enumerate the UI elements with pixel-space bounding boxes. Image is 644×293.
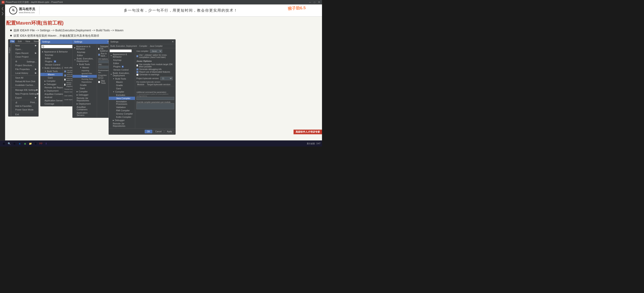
tree-annotation-3[interactable]: Annotation Processors	[109, 100, 135, 106]
task-view-icon[interactable]: ⧉	[12, 141, 17, 146]
jre-input[interactable]	[98, 66, 110, 69]
project-bytecode-select[interactable]: 11	[160, 77, 172, 80]
tree-compiler-3[interactable]: ▼ Compiler	[109, 90, 135, 93]
vm-options-input[interactable]	[98, 60, 110, 63]
tree-build-tools-3[interactable]: ▼ Build Tools	[109, 77, 135, 80]
tree-gradle-3[interactable]: Gradle	[109, 84, 135, 87]
edge-icon[interactable]: e	[18, 141, 22, 146]
file-menu[interactable]: File	[10, 40, 15, 43]
intellij-taskbar-icon[interactable]: I	[44, 141, 48, 146]
menu-file-properties[interactable]: File Properties ▶	[11, 67, 38, 71]
tree-deployment-2[interactable]: ▶ Deployment	[72, 102, 97, 105]
title-bar-text: PowerPoint 幻灯片放映 - day04-Maven.pptx - Po…	[6, 1, 63, 4]
logo-text-container: 黑马程序员 www.itheima.com	[19, 7, 35, 14]
menu-reload[interactable]: Reload All from Disk	[11, 80, 38, 83]
tree-build-3[interactable]: ▼ Build, Execution, Deployment	[109, 71, 135, 77]
menu-invalidate-caches[interactable]: Invalidate Caches...	[11, 83, 38, 87]
tree-arquillian-2[interactable]: Arquillian Containers	[72, 105, 97, 111]
tree-maven-3[interactable]: Maven	[109, 80, 135, 84]
tree-debugger-3[interactable]: ▶ Debugger	[109, 119, 135, 122]
edit-menu[interactable]: Edit	[17, 40, 22, 43]
tree-appearance-2[interactable]: ▶ Appearance & Behavior	[72, 45, 97, 51]
tree-kotlin-3[interactable]: Kotlin Compiler	[109, 115, 135, 119]
remove-property-btn[interactable]: −	[101, 77, 103, 79]
tree-remote-3[interactable]: Remote Jar Repositories	[109, 122, 135, 128]
tree-ignored-files-2[interactable]: Ignored Files	[72, 72, 97, 75]
chrome-icon[interactable]: ◉	[23, 141, 27, 146]
tree-appearance-1[interactable]: ▶ Appearance & Behavior	[40, 50, 77, 53]
tree-keymap-1[interactable]: Keymap	[40, 53, 77, 57]
file-menu-dropdown: New ▶ Open... Open Recent ▶ Close Projec…	[11, 43, 38, 116]
tree-plugins-3[interactable]: Plugins 9	[109, 65, 135, 68]
menu-manage-ide[interactable]: Manage IDE Settings ▶	[11, 88, 38, 92]
tree-remote-2[interactable]: Remote Jar Repositories	[72, 96, 97, 102]
menu-new[interactable]: New ▶	[11, 44, 38, 47]
menu-project-structure[interactable]: Project Structure...	[11, 64, 38, 67]
maximize-button[interactable]: □	[313, 1, 316, 4]
tree-excludes-3[interactable]: Excludes	[109, 93, 135, 97]
next-arrow[interactable]: ❯	[1, 12, 4, 15]
tree-java-compiler-3[interactable]: Java Compiler	[109, 97, 135, 100]
tree-keymap-3[interactable]: Keymap	[109, 58, 135, 62]
apply-button[interactable]: Apply	[165, 130, 174, 133]
ok-button[interactable]: OK	[145, 130, 152, 133]
menu-new-projects-settings[interactable]: New Projects Settings ▶	[11, 92, 38, 96]
menu-local-history[interactable]: Local History ▶	[11, 71, 38, 75]
settings-close-3[interactable]: ✕	[172, 40, 174, 43]
add-property-btn[interactable]: +	[98, 77, 100, 79]
powerpoint-taskbar-icon[interactable]: PP	[38, 141, 43, 146]
prev-arrow[interactable]: ❮	[1, 7, 4, 10]
tree-groovy-3[interactable]: Groovy Compiler	[109, 112, 135, 115]
tree-validation-3[interactable]: Validation	[109, 106, 135, 109]
tree-importing-2[interactable]: Importing	[72, 69, 97, 72]
tree-plugins-1[interactable]: Plugins 4	[40, 60, 77, 63]
tree-compiler-2[interactable]: ▶ Compiler	[72, 90, 97, 93]
view-menu[interactable]: View	[25, 40, 31, 43]
start-button[interactable]: ⊞	[2, 141, 6, 146]
tree-runner-2[interactable]: Runner	[72, 75, 97, 78]
tree-vc-3[interactable]: Version Control	[109, 68, 135, 71]
menu-save-all[interactable]: Save All	[11, 76, 38, 80]
tree-debugger-2[interactable]: ▶ Debugger	[72, 93, 97, 96]
tree-gant-2[interactable]: Gant	[72, 87, 97, 90]
tree-editor-1[interactable]: Editor	[40, 57, 77, 60]
search-icon[interactable]: 🔍	[7, 141, 12, 146]
settings-icon[interactable]: ⚙	[33, 141, 38, 146]
settings-search-input-1[interactable]	[41, 45, 76, 48]
breadcrumb-java-compiler: Java Compiler	[150, 45, 163, 47]
menu-open-recent[interactable]: Open Recent ▶	[11, 51, 38, 55]
close-button[interactable]: ✕	[318, 1, 320, 4]
tree-running-tests-2[interactable]: Running Tests	[72, 78, 97, 81]
menu-settings[interactable]: ⚙ Settings...	[11, 60, 38, 64]
menu-open[interactable]: Open...	[11, 47, 38, 51]
menu-power-save[interactable]: Power Save Mode	[11, 108, 38, 112]
use-compiler-select[interactable]: Javac	[150, 50, 162, 53]
logo-main-text: 黑马程序员	[19, 7, 35, 12]
show-desktop[interactable]: 显示桌面	[307, 142, 315, 145]
tree-gradle-2[interactable]: Gradle	[72, 83, 97, 87]
search-input-3[interactable]	[110, 50, 132, 52]
menu-print[interactable]: 🖨 Print...	[11, 101, 38, 104]
tree-build-2[interactable]: ▼ Build, Execution, Deployment	[72, 57, 97, 63]
tree-gant-3[interactable]: Gant	[109, 87, 135, 90]
tree-repositories-2[interactable]: Repositories	[72, 81, 97, 83]
menu-close-project[interactable]: Close Project	[11, 55, 38, 59]
tree-editor-3[interactable]: Editor	[109, 62, 135, 65]
ide-container: File Edit View Navigate Project Ne	[8, 39, 316, 135]
tree-keymap-2[interactable]: Keymap	[72, 51, 97, 54]
tree-app-servers-2[interactable]: Application Servers	[72, 111, 97, 117]
override-input[interactable]	[136, 103, 174, 109]
tree-build-tools-2[interactable]: ▼ Build Tools	[72, 63, 97, 66]
files-icon[interactable]: 📁	[28, 141, 32, 146]
tree-maven-2[interactable]: ▼ Maven	[72, 66, 97, 69]
tree-editor-2[interactable]: Editor	[72, 54, 97, 57]
minimize-button[interactable]: ─	[308, 1, 312, 4]
cancel-button[interactable]: Cancel	[153, 130, 164, 133]
additional-params-input[interactable]	[136, 97, 174, 100]
menu-add-favorites[interactable]: Add to Favorites	[11, 104, 38, 108]
tree-rmi-3[interactable]: RMI Compiler	[109, 109, 135, 112]
menu-export[interactable]: Export ▶	[11, 96, 38, 100]
cb-use-compiler: Use compiler from module target JDK when…	[136, 63, 174, 68]
tree-appearance-3[interactable]: ▼ Appearance & Behavior	[109, 53, 135, 58]
menu-exit[interactable]: Exit	[11, 113, 38, 116]
